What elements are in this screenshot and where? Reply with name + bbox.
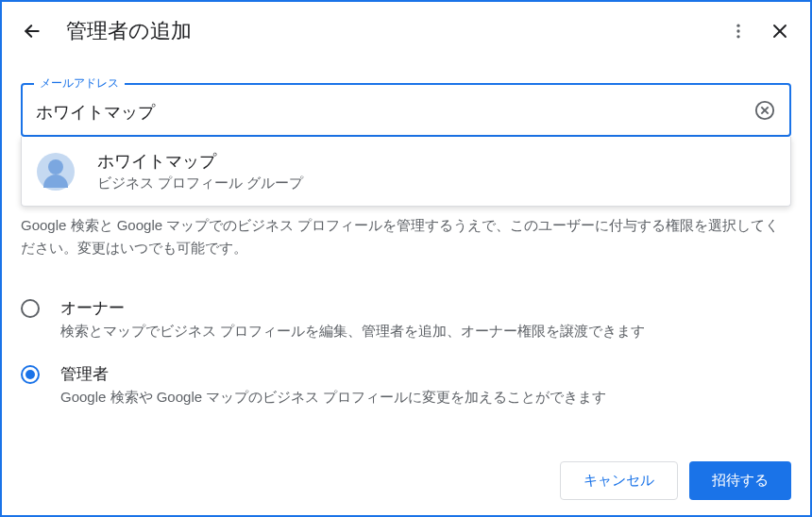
cancel-button[interactable]: キャンセル [560,461,678,500]
avatar-icon [37,153,75,191]
suggestion-subtitle: ビジネス プロフィール グループ [97,175,303,192]
radio-title: 管理者 [60,363,606,385]
radio-icon [21,299,40,318]
radio-owner[interactable]: オーナー 検索とマップでビジネス プロフィールを編集、管理者を追加、オーナー権限… [21,286,791,352]
close-icon[interactable] [769,20,791,42]
svg-point-3 [736,35,739,38]
svg-point-2 [736,29,739,32]
invite-button[interactable]: 招待する [689,461,791,500]
back-arrow-icon[interactable] [21,20,43,42]
radio-icon [21,365,40,384]
suggestion-dropdown: ホワイトマップ ビジネス プロフィール グループ [21,137,791,207]
clear-input-icon[interactable] [753,99,776,122]
suggestion-name: ホワイトマップ [97,150,303,173]
role-radio-group: オーナー 検索とマップでビジネス プロフィールを編集、管理者を追加、オーナー権限… [21,286,791,418]
more-icon[interactable] [727,20,750,42]
svg-point-1 [736,25,739,27]
suggestion-item[interactable]: ホワイトマップ ビジネス プロフィール グループ [22,137,790,206]
radio-title: オーナー [60,297,645,319]
radio-desc: Google 検索や Google マップのビジネス プロフィールに変更を加える… [60,389,606,407]
page-title: 管理者の追加 [66,17,704,45]
radio-manager[interactable]: 管理者 Google 検索や Google マップのビジネス プロフィールに変更… [21,352,791,418]
permission-description: Google 検索と Google マップでのビジネス プロフィールを管理するう… [21,214,791,259]
email-input-label: メールアドレス [34,75,125,92]
email-input-container: メールアドレス [21,83,791,137]
radio-desc: 検索とマップでビジネス プロフィールを編集、管理者を追加、オーナー権限を譲渡でき… [60,323,645,341]
email-input[interactable] [36,102,738,122]
